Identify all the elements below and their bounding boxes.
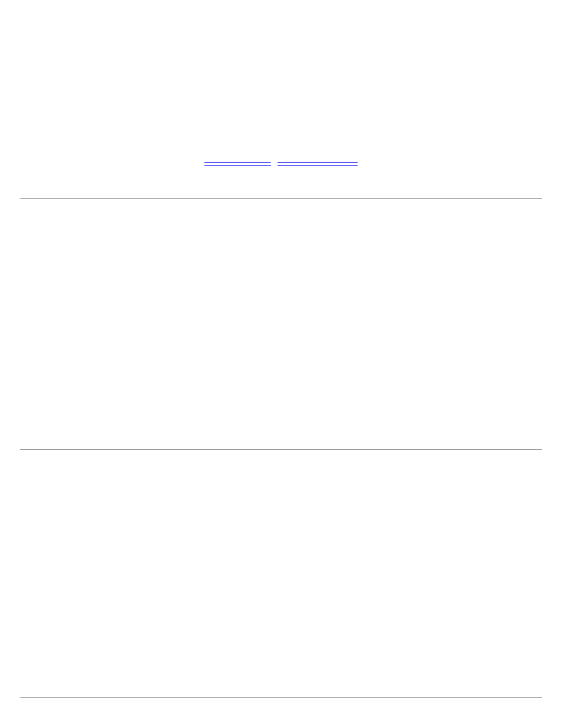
section-1: [20, 199, 542, 417]
subtitle-line: [20, 153, 542, 166]
header-spacer: [20, 12, 542, 153]
header-link-1[interactable]: [204, 153, 271, 166]
link-separator: [273, 154, 275, 163]
header-link-2[interactable]: [277, 153, 358, 166]
footer-spacer: [20, 698, 542, 728]
section-2: [20, 450, 542, 665]
